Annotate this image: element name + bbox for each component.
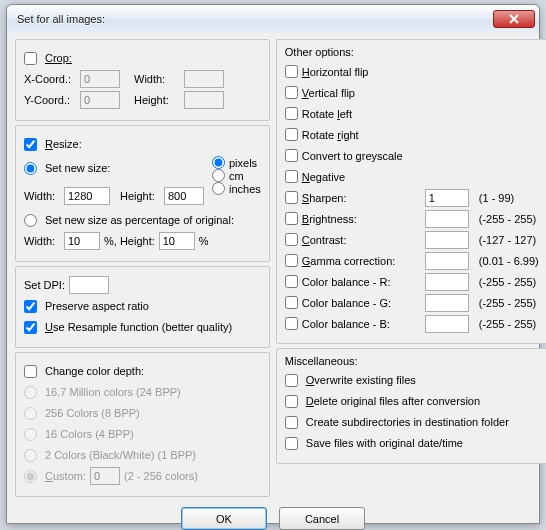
titlebar[interactable]: Set for all images: [7,5,539,33]
xcoord-input[interactable] [80,70,120,88]
rotate-left-checkbox[interactable] [285,107,298,120]
crop-width-input[interactable] [184,70,224,88]
cd-16m-radio [24,386,37,399]
cd-2-label: 2 Colors (Black/White) (1 BPP) [45,449,196,461]
client-area: Crop: X-Coord.: Width: Y-Coord.: Height: [7,33,539,530]
resize-height-input[interactable] [164,187,204,205]
crop-height-label: Height: [134,94,180,106]
cd-16-radio [24,428,37,441]
unit-inches-radio[interactable] [212,182,225,195]
misc-header: Miscellaneous: [285,355,539,367]
crop-group: Crop: X-Coord.: Width: Y-Coord.: Height: [15,39,270,121]
dpi-label: Set DPI: [24,279,65,291]
cbr-checkbox[interactable] [285,275,298,288]
brightness-label: Brightness:Brightness: [302,213,357,225]
gamma-range: (0.01 - 6.99) [473,255,539,267]
resample-checkbox[interactable] [24,321,37,334]
colordepth-group: Change color depth: 16,7 Million colors … [15,352,270,497]
setnewsize-radio[interactable] [24,162,37,175]
pct-sym: % [199,235,209,247]
colordepth-checkbox[interactable] [24,365,37,378]
unit-pixels-row[interactable]: pixels [212,156,261,169]
subdirs-checkbox[interactable] [285,416,298,429]
right-column: Other options: Horizontal flipHorizontal… [276,39,546,501]
brightness-input[interactable] [425,210,469,228]
cbg-range: (-255 - 255) [473,297,539,309]
cbb-input[interactable] [425,315,469,333]
cd-16-label: 16 Colors (4 BPP) [45,428,134,440]
sharpen-range: (1 - 99) [473,192,539,204]
close-icon [509,14,519,24]
overwrite-checkbox[interactable] [285,374,298,387]
cbg-input[interactable] [425,294,469,312]
setnewsize-label: Set new size: [45,162,110,174]
cbr-range: (-255 - 255) [473,276,539,288]
pct-width-input[interactable] [64,232,100,250]
hflip-checkbox[interactable] [285,65,298,78]
gamma-input[interactable] [425,252,469,270]
sharpen-checkbox[interactable] [285,191,298,204]
sharpen-input[interactable] [425,189,469,207]
other-options-group: Other options: Horizontal flipHorizontal… [276,39,546,344]
xcoord-label: X-Coord.: [24,73,76,85]
crop-checkbox[interactable] [24,52,37,65]
dpi-input[interactable] [69,276,109,294]
pct-height-label: %, Height: [104,235,155,247]
negative-label: NegativeNegative [302,171,345,183]
crop-height-input[interactable] [184,91,224,109]
resize-width-label: Width: [24,190,60,202]
brightness-checkbox[interactable] [285,212,298,225]
greyscale-checkbox[interactable] [285,149,298,162]
cd-16m-label: 16,7 Million colors (24 BPP) [45,386,181,398]
unit-cm-radio[interactable] [212,169,225,182]
gamma-checkbox[interactable] [285,254,298,267]
window-title: Set for all images: [17,13,493,25]
cd-256-label: 256 Colors (8 BPP) [45,407,140,419]
greyscale-label: Convert to greyscale [302,150,403,162]
unit-cm-row[interactable]: cm [212,169,261,182]
contrast-range: (-127 - 127) [473,234,539,246]
cbg-checkbox[interactable] [285,296,298,309]
contrast-label: Contrast:Contrast: [302,234,347,246]
contrast-checkbox[interactable] [285,233,298,246]
misc-group: Miscellaneous: Overwrite existing filesO… [276,348,546,464]
rotate-right-label: Rotate rightRotate right [302,129,359,141]
resize-height-label: Height: [120,190,160,202]
resize-width-input[interactable] [64,187,110,205]
delete-orig-checkbox[interactable] [285,395,298,408]
pct-height-input[interactable] [159,232,195,250]
cd-256-radio [24,407,37,420]
unit-pixels-radio[interactable] [212,156,225,169]
dialog-window: Set for all images: Crop: X-Coord.: Widt… [6,4,540,524]
vflip-checkbox[interactable] [285,86,298,99]
pct-width-label: Width: [24,235,60,247]
contrast-input[interactable] [425,231,469,249]
close-button[interactable] [493,10,535,28]
button-row: OK Cancel [15,501,531,530]
ok-button[interactable]: OK [181,507,267,530]
cd-custom-input [90,467,120,485]
overwrite-label: Overwrite existing filesOverwrite existi… [306,374,416,386]
cbb-checkbox[interactable] [285,317,298,330]
resize-group: RResize:esize: Set new size: Width: He [15,125,270,262]
origdate-checkbox[interactable] [285,437,298,450]
cbr-label: Color balance - R: [302,276,391,288]
cbg-label: Color balance - G: [302,297,391,309]
rotate-right-checkbox[interactable] [285,128,298,141]
cancel-button[interactable]: Cancel [279,507,365,530]
gamma-label: Gamma correction:Gamma correction: [302,255,396,267]
dpi-group: Set DPI: Preserve aspect ratio Use Resam… [15,266,270,348]
cbr-input[interactable] [425,273,469,291]
preserve-aspect-checkbox[interactable] [24,300,37,313]
colordepth-label: Change color depth: [45,365,144,377]
ycoord-input[interactable] [80,91,120,109]
unit-inches-row[interactable]: inches [212,182,261,195]
negative-checkbox[interactable] [285,170,298,183]
origdate-label: Save files with original date/time [306,437,463,449]
other-header: Other options: [285,46,539,58]
cd-custom-range: (2 - 256 colors) [124,470,198,482]
resize-checkbox[interactable] [24,138,37,151]
cbb-label: Color balance - B: [302,318,390,330]
percent-radio[interactable] [24,214,37,227]
rotate-left-label: Rotate leftRotate left [302,108,352,120]
